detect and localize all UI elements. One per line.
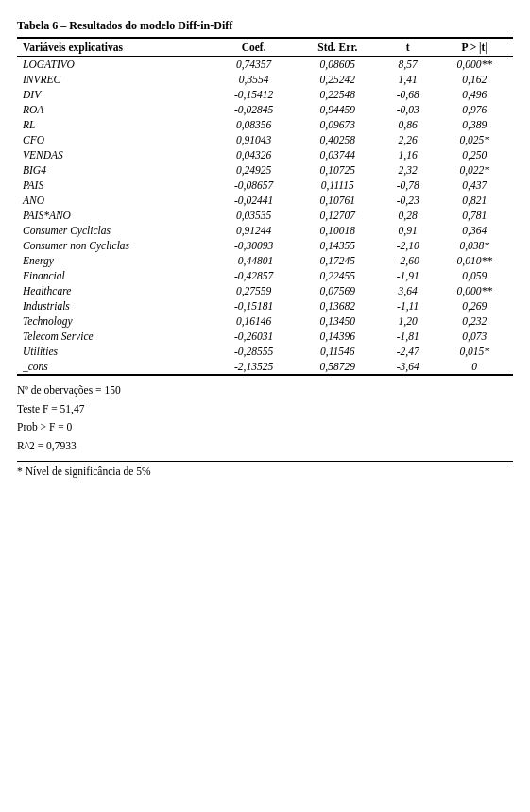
table-cell: 0,000** — [436, 283, 513, 298]
table-cell: 0,25242 — [296, 72, 380, 87]
table-cell: 0,09673 — [296, 117, 380, 132]
footnote: * Nível de significância de 5% — [17, 461, 513, 477]
table-row: Telecom Service-0,260310,14396-1,810,073 — [17, 329, 513, 344]
table-cell: 0,13450 — [296, 313, 380, 329]
table-cell: 0,27559 — [213, 283, 296, 298]
table-cell: 0,04326 — [213, 147, 296, 162]
table-cell: 0,22455 — [296, 268, 380, 283]
table-row: VENDAS0,043260,037441,160,250 — [17, 147, 513, 162]
table-cell: -0,03 — [380, 102, 436, 117]
table-cell: 0,162 — [436, 72, 513, 87]
col-header-coef: Coef. — [213, 38, 296, 57]
table-cell: 0,28 — [380, 208, 436, 223]
table-cell: -0,28555 — [213, 344, 296, 359]
stat-item: Teste F = 51,47 — [17, 400, 513, 419]
table-cell: 0,059 — [436, 268, 513, 283]
table-cell: Consumer Cycliclas — [17, 223, 213, 238]
table-cell: 0,781 — [436, 208, 513, 223]
table-cell: 0,10725 — [296, 162, 380, 178]
table-cell: -0,02845 — [213, 102, 296, 117]
table-cell: 2,32 — [380, 162, 436, 178]
table-row: PAIS*ANO0,035350,127070,280,781 — [17, 208, 513, 223]
table-cell: 0,17245 — [296, 253, 380, 268]
table-cell: 0,07569 — [296, 283, 380, 298]
table-row: _cons-2,135250,58729-3,640 — [17, 359, 513, 374]
table-cell: 0,976 — [436, 102, 513, 117]
table-body: LOGATIVO0,743570,086058,570,000**INVREC0… — [17, 57, 513, 375]
table-cell: 0,08605 — [296, 57, 380, 73]
table-cell: Energy — [17, 253, 213, 268]
table-cell: 0,14396 — [296, 329, 380, 344]
table-row: BIG40,249250,107252,320,022* — [17, 162, 513, 178]
col-header-stderr: Std. Err. — [296, 38, 380, 57]
table-row: Energy-0,448010,17245-2,600,010** — [17, 253, 513, 268]
table-cell: 0,038* — [436, 238, 513, 253]
results-table: Variáveis explicativas Coef. Std. Err. t… — [17, 37, 513, 374]
table-cell: 0,22548 — [296, 87, 380, 102]
table-cell: INVREC — [17, 72, 213, 87]
table-cell: 0,14355 — [296, 238, 380, 253]
table-cell: 0,03744 — [296, 147, 380, 162]
table-cell: ROA — [17, 102, 213, 117]
table-cell: 0,40258 — [296, 132, 380, 147]
table-cell: 0,496 — [436, 87, 513, 102]
table-cell: 0,232 — [436, 313, 513, 329]
table-header: Variáveis explicativas Coef. Std. Err. t… — [17, 38, 513, 57]
col-header-variables: Variáveis explicativas — [17, 38, 213, 57]
table-cell: -0,23 — [380, 193, 436, 208]
table-row: Utilities-0,285550,11546-2,470,015* — [17, 344, 513, 359]
table-cell: Healthcare — [17, 283, 213, 298]
table-row: PAIS-0,086570,11115-0,780,437 — [17, 178, 513, 193]
table-cell: 0,11546 — [296, 344, 380, 359]
table-cell: -2,47 — [380, 344, 436, 359]
table-cell: 0,11115 — [296, 178, 380, 193]
table-cell: 0,073 — [436, 329, 513, 344]
table-cell: 0,94459 — [296, 102, 380, 117]
table-cell: -0,15412 — [213, 87, 296, 102]
table-cell: -2,10 — [380, 238, 436, 253]
table-cell: 0,022* — [436, 162, 513, 178]
table-cell: CFO — [17, 132, 213, 147]
table-cell: 1,41 — [380, 72, 436, 87]
table-cell: 0,015* — [436, 344, 513, 359]
table-cell: 0,91244 — [213, 223, 296, 238]
table-cell: -0,78 — [380, 178, 436, 193]
table-cell: BIG4 — [17, 162, 213, 178]
table-cell: 0,13682 — [296, 298, 380, 313]
table-row: ROA-0,028450,94459-0,030,976 — [17, 102, 513, 117]
table-cell: 0,010** — [436, 253, 513, 268]
table-cell: 0,000** — [436, 57, 513, 73]
table-cell: 0,10018 — [296, 223, 380, 238]
table-cell: Utilities — [17, 344, 213, 359]
table-cell: -0,08657 — [213, 178, 296, 193]
table-cell: -0,30093 — [213, 238, 296, 253]
table-row: INVREC0,35540,252421,410,162 — [17, 72, 513, 87]
table-cell: RL — [17, 117, 213, 132]
table-title: Tabela 6 – Resultados do modelo Diff-in-… — [17, 19, 513, 33]
table-cell: 0,08356 — [213, 117, 296, 132]
table-cell: -3,64 — [380, 359, 436, 374]
table-cell: 0,3554 — [213, 72, 296, 87]
table-row: Technology0,161460,134501,200,232 — [17, 313, 513, 329]
table-cell: 0,58729 — [296, 359, 380, 374]
table-cell: 0,10761 — [296, 193, 380, 208]
table-cell: 0,16146 — [213, 313, 296, 329]
table-row: ANO-0,024410,10761-0,230,821 — [17, 193, 513, 208]
table-cell: 0,86 — [380, 117, 436, 132]
stat-item: R^2 = 0,7933 — [17, 437, 513, 456]
stat-item: Nº de obervações = 150 — [17, 381, 513, 400]
table-row: RL0,083560,096730,860,389 — [17, 117, 513, 132]
table-row: Consumer Cycliclas0,912440,100180,910,36… — [17, 223, 513, 238]
table-cell: DIV — [17, 87, 213, 102]
table-row: DIV-0,154120,22548-0,680,496 — [17, 87, 513, 102]
table-cell: 0,91043 — [213, 132, 296, 147]
table-cell: -0,42857 — [213, 268, 296, 283]
table-cell: Industrials — [17, 298, 213, 313]
table-cell: Consumer non Cycliclas — [17, 238, 213, 253]
table-cell: 0,389 — [436, 117, 513, 132]
table-row: Consumer non Cycliclas-0,300930,14355-2,… — [17, 238, 513, 253]
table-cell: 8,57 — [380, 57, 436, 73]
table-cell: 0,24925 — [213, 162, 296, 178]
table-cell: 0,821 — [436, 193, 513, 208]
table-cell: 1,20 — [380, 313, 436, 329]
